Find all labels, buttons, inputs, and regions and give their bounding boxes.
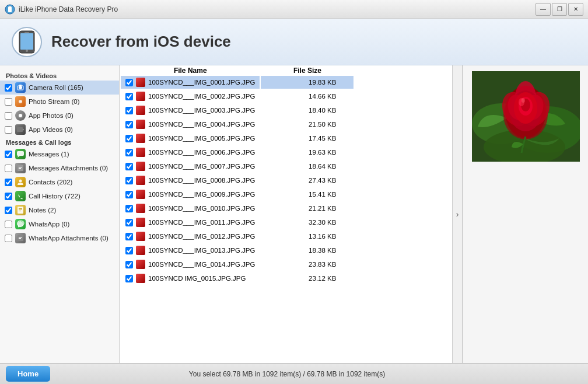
chevron-right-icon: › bbox=[456, 210, 459, 219]
row-checkbox[interactable] bbox=[125, 261, 133, 268]
table-row[interactable]: 100SYNCD___IMG_0011.JPG.JPG32.30 KB bbox=[121, 216, 354, 229]
checkbox-whatsapp[interactable] bbox=[5, 221, 12, 228]
camera-roll-icon bbox=[15, 82, 26, 93]
close-button[interactable]: ✕ bbox=[568, 3, 583, 16]
notes-label: Notes (2) bbox=[29, 207, 56, 214]
svg-rect-28 bbox=[19, 238, 21, 239]
row-checkbox[interactable] bbox=[125, 121, 133, 128]
file-thumbnail bbox=[136, 162, 145, 171]
iphone-icon bbox=[18, 30, 36, 54]
table-row[interactable]: 100SYNCD IMG_0015.JPG.JPG23.12 KB bbox=[121, 272, 354, 285]
table-row[interactable]: 100SYNCD___IMG_0002.JPG.JPG14.66 KB bbox=[121, 90, 354, 103]
row-checkbox[interactable] bbox=[125, 107, 133, 114]
col-header-filename: File Name bbox=[121, 67, 260, 75]
row-checkbox[interactable] bbox=[125, 205, 133, 212]
svg-point-5 bbox=[26, 50, 28, 52]
checkbox-app-videos[interactable] bbox=[5, 126, 12, 134]
svg-rect-1 bbox=[8, 6, 12, 12]
sidebar-item-camera-roll[interactable]: Camera Roll (165) bbox=[0, 81, 119, 95]
svg-rect-19 bbox=[19, 168, 21, 169]
row-checkbox[interactable] bbox=[125, 219, 133, 226]
sidebar-item-app-videos[interactable]: App Videos (0) bbox=[0, 123, 119, 137]
row-checkbox[interactable] bbox=[125, 93, 133, 100]
sidebar-item-call-history[interactable]: Call History (722) bbox=[0, 189, 119, 203]
table-row[interactable]: 100SYNCD___IMG_0001.JPG.JPG19.83 KB bbox=[121, 76, 354, 89]
file-size-cell: 21.50 KB bbox=[261, 118, 354, 131]
row-checkbox[interactable] bbox=[125, 79, 133, 86]
table-row[interactable]: 100SYNCD___IMG_0012.JPG.JPG13.16 KB bbox=[121, 230, 354, 243]
table-row[interactable]: 100SYNCD___IMG_0014.JPG.JPG23.83 KB bbox=[121, 258, 354, 271]
sidebar-item-messages[interactable]: Messages (1) bbox=[0, 147, 119, 161]
svg-point-20 bbox=[19, 180, 22, 183]
checkbox-contacts[interactable] bbox=[5, 179, 12, 186]
status-text: You select 69.78 MB in 1092 item(s) / 69… bbox=[50, 370, 524, 378]
table-row[interactable]: 100SYNCD___IMG_0005.JPG.JPG17.45 KB bbox=[121, 132, 354, 145]
checkbox-photo-stream[interactable] bbox=[5, 98, 12, 106]
sidebar-item-notes[interactable]: Notes (2) bbox=[0, 203, 119, 217]
row-checkbox[interactable] bbox=[125, 247, 133, 254]
row-checkbox[interactable] bbox=[125, 275, 133, 282]
file-name: 100SYNCD___IMG_0009.JPG.JPG bbox=[148, 191, 255, 198]
app-photos-label: App Photos (0) bbox=[29, 112, 74, 119]
checkbox-call-history[interactable] bbox=[5, 193, 12, 200]
row-checkbox[interactable] bbox=[125, 135, 133, 142]
table-row[interactable]: 100SYNCD___IMG_0010.JPG.JPG21.21 KB bbox=[121, 202, 354, 215]
checkbox-whatsapp-attachments[interactable] bbox=[5, 235, 12, 242]
file-size-cell: 23.83 KB bbox=[261, 258, 354, 271]
file-thumbnail bbox=[136, 246, 145, 255]
file-size-cell: 18.40 KB bbox=[261, 104, 354, 117]
minimize-button[interactable]: — bbox=[536, 3, 551, 16]
row-checkbox[interactable] bbox=[125, 177, 133, 184]
restore-button[interactable]: ❐ bbox=[552, 3, 567, 16]
home-button[interactable]: Home bbox=[6, 366, 50, 382]
whatsapp-label: WhatsApp (0) bbox=[29, 221, 69, 228]
file-size-cell: 19.83 KB bbox=[261, 76, 354, 89]
app-icon bbox=[5, 4, 15, 15]
table-row[interactable]: 100SYNCD___IMG_0004.JPG.JPG21.50 KB bbox=[121, 118, 354, 131]
sidebar-item-contacts[interactable]: Contacts (202) bbox=[0, 175, 119, 189]
contacts-label: Contacts (202) bbox=[29, 179, 72, 186]
checkbox-notes[interactable] bbox=[5, 207, 12, 214]
checkbox-messages-attachments[interactable] bbox=[5, 165, 12, 172]
row-checkbox[interactable] bbox=[125, 191, 133, 198]
checkbox-camera-roll[interactable] bbox=[5, 84, 12, 92]
row-checkbox[interactable] bbox=[125, 149, 133, 156]
file-name-cell: 100SYNCD___IMG_0008.JPG.JPG bbox=[121, 174, 260, 187]
file-size-cell: 15.41 KB bbox=[261, 188, 354, 201]
row-checkbox[interactable] bbox=[125, 233, 133, 240]
file-name-cell: 100SYNCD___IMG_0011.JPG.JPG bbox=[121, 216, 260, 229]
file-name: 100SYNCD___IMG_0006.JPG.JPG bbox=[148, 149, 255, 156]
table-row[interactable]: 100SYNCD___IMG_0006.JPG.JPG19.63 KB bbox=[121, 146, 354, 159]
call-history-label: Call History (722) bbox=[29, 193, 80, 200]
table-row[interactable]: 100SYNCD___IMG_0013.JPG.JPG18.38 KB bbox=[121, 244, 354, 257]
window-controls: — ❐ ✕ bbox=[536, 3, 583, 16]
sidebar-item-messages-attachments[interactable]: Messages Attachments (0) bbox=[0, 161, 119, 175]
whatsapp-icon bbox=[15, 219, 26, 229]
sidebar-item-whatsapp[interactable]: WhatsApp (0) bbox=[0, 217, 119, 231]
sidebar-item-whatsapp-attachments[interactable]: WhatsApp Attachments (0) bbox=[0, 231, 119, 245]
checkbox-app-photos[interactable] bbox=[5, 112, 12, 120]
app-videos-label: App Videos (0) bbox=[29, 126, 73, 133]
call-history-icon bbox=[15, 191, 26, 201]
table-row[interactable]: 100SYNCD___IMG_0007.JPG.JPG18.64 KB bbox=[121, 160, 354, 173]
file-name-cell: 100SYNCD___IMG_0003.JPG.JPG bbox=[121, 104, 260, 117]
title-bar-left: iLike iPhone Data Recovery Pro bbox=[5, 4, 118, 15]
sidebar-item-photo-stream[interactable]: Photo Stream (0) bbox=[0, 95, 119, 109]
file-size-cell: 14.66 KB bbox=[261, 90, 354, 103]
app-title: iLike iPhone Data Recovery Pro bbox=[19, 5, 118, 13]
file-name-cell: 100SYNCD___IMG_0002.JPG.JPG bbox=[121, 90, 260, 103]
file-name-cell: 100SYNCD IMG_0015.JPG.JPG bbox=[121, 272, 260, 285]
checkbox-messages[interactable] bbox=[5, 151, 12, 158]
row-checkbox[interactable] bbox=[125, 163, 133, 170]
svg-rect-22 bbox=[19, 208, 22, 209]
file-thumbnail bbox=[136, 148, 145, 157]
svg-rect-24 bbox=[19, 211, 21, 211]
messages-attachments-icon bbox=[15, 163, 26, 173]
svg-point-12 bbox=[19, 114, 22, 117]
table-row[interactable]: 100SYNCD___IMG_0003.JPG.JPG18.40 KB bbox=[121, 104, 354, 117]
file-thumbnail bbox=[136, 120, 145, 129]
table-row[interactable]: 100SYNCD___IMG_0009.JPG.JPG15.41 KB bbox=[121, 188, 354, 201]
file-size-cell: 18.64 KB bbox=[261, 160, 354, 173]
table-row[interactable]: 100SYNCD___IMG_0008.JPG.JPG27.43 KB bbox=[121, 174, 354, 187]
sidebar-item-app-photos[interactable]: App Photos (0) bbox=[0, 109, 119, 123]
